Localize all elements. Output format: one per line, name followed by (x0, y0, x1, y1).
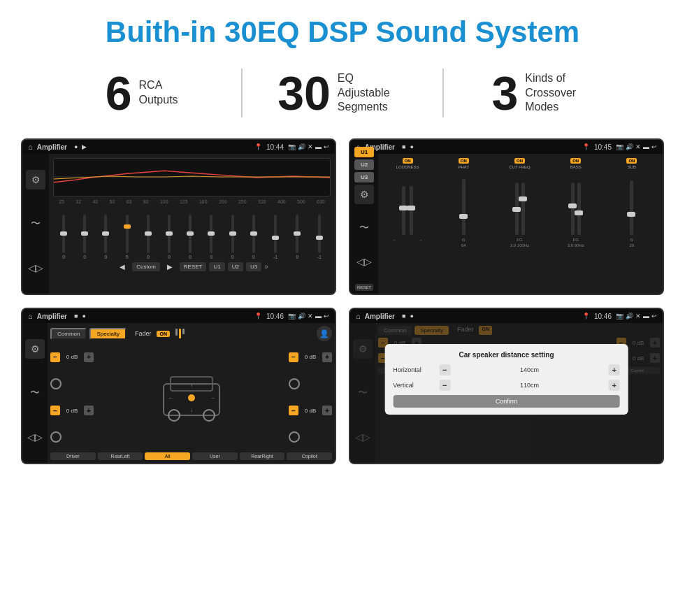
ch-val-phat-64: 64 (461, 243, 466, 248)
cross-app-title: Amplifier (37, 313, 67, 320)
cross-vol-tl: − 0 dB + (50, 352, 94, 362)
freq-160: 160 (199, 199, 208, 204)
ch-slider-bass-f[interactable] (571, 182, 575, 235)
freq-125: 125 (180, 199, 188, 204)
cross-vol-br-plus[interactable]: + (322, 406, 332, 415)
cross-vol-tl-plus[interactable]: + (84, 352, 94, 362)
dist-horizontal-minus[interactable]: − (439, 364, 450, 375)
cross-tab-common[interactable]: Common (50, 328, 87, 340)
eq-u2-btn[interactable]: U2 (228, 262, 243, 271)
cross-btn-copilot[interactable]: Copilot (287, 452, 332, 460)
dist-vertical-plus[interactable]: + (609, 380, 620, 391)
cross-btn-rearright[interactable]: RearRight (240, 452, 285, 460)
eq-slider-4[interactable]: 0 (147, 215, 150, 259)
dist-confirm-btn[interactable]: Confirm (393, 395, 620, 408)
freq-32: 32 (75, 199, 81, 204)
screenshot-crossover: ⌂ Amplifier ■ ● 📍 10:46 📷 🔊 ✕ ▬ ↩ ⚙ 〜 ◁▷ (21, 308, 336, 464)
svg-text:→: → (210, 395, 215, 401)
cross-tab-specialty[interactable]: Specialty (89, 328, 126, 340)
eq-u1-btn[interactable]: U1 (209, 262, 224, 271)
stat-label-rca: RCAOutputs (139, 78, 178, 108)
freq-200: 200 (219, 199, 227, 204)
dist-vertical-minus[interactable]: − (439, 380, 450, 391)
ch-slider-cutfreq-f[interactable] (515, 182, 519, 235)
eq-controls: ◀ Custom ▶ RESET U1 U2 U3 » (53, 262, 331, 272)
dsp-sidebar-filter[interactable]: ⚙ (354, 185, 374, 204)
eq-slider-9[interactable]: 0 (252, 215, 255, 259)
cross-car-display: ↑ ↓ ← → (98, 345, 284, 450)
ch-toggle-phat[interactable]: ON (459, 158, 469, 164)
eq-slider-8[interactable]: 0 (231, 215, 234, 259)
ch-slider-bass-g[interactable] (577, 182, 581, 235)
dsp-preset-u1[interactable]: U1 (354, 147, 374, 157)
dist-horizontal-plus[interactable]: + (609, 364, 620, 375)
cross-vol-br-minus[interactable]: − (289, 406, 298, 415)
cross-sidebar-filter[interactable]: ⚙ (25, 339, 45, 359)
cross-user-icon[interactable]: 👤 (317, 326, 332, 341)
eq-slider-1[interactable]: 0 (83, 215, 86, 259)
home-icon: ⌂ (28, 143, 33, 151)
cross-vol-tr-val: 0 dB (301, 354, 320, 360)
screenshot-dsp: ⌂ Amplifier ■ ● 📍 10:45 📷 🔊 ✕ ▬ ↩ U1 U2 (349, 138, 664, 295)
eq-next-btn[interactable]: ▶ (163, 262, 177, 272)
cross-vol-bl-plus[interactable]: + (84, 406, 94, 415)
cross-sidebar: ⚙ 〜 ◁▷ (22, 323, 48, 463)
cross-btn-user[interactable]: User (192, 452, 238, 460)
ch-slider-phat[interactable] (462, 179, 466, 235)
cross-time: 10:46 (266, 313, 284, 320)
eq-slider-7[interactable]: 0 (210, 215, 212, 259)
dsp-reset-btn[interactable]: RESET (355, 284, 373, 291)
freq-50: 50 (110, 199, 115, 204)
ch-slider-loudness2[interactable] (410, 186, 413, 235)
dsp-sidebar-speaker[interactable]: ◁▷ (354, 252, 374, 271)
cross-vol-tr-plus[interactable]: + (322, 352, 332, 362)
ch-val-loudness-top: ~ (393, 238, 396, 242)
ch-toggle-bass[interactable]: ON (570, 158, 581, 164)
ch-toggle-loudness[interactable]: ON (403, 158, 413, 164)
stat-number-crossover: 3 (491, 69, 518, 117)
cross-btn-rearleft[interactable]: RearLeft (98, 452, 143, 460)
cross-vol-tr: − 0 dB + (289, 352, 332, 362)
cross-sidebar-wave[interactable]: 〜 (25, 383, 45, 403)
eq-prev-btn[interactable]: ◀ (115, 262, 129, 272)
ch-slider-loudness[interactable] (402, 186, 405, 235)
eq-slider-12[interactable]: -1 (317, 215, 322, 259)
cross-sidebar-speaker[interactable]: ◁▷ (25, 427, 45, 447)
dist-dot2: ● (410, 313, 413, 320)
eq-slider-3[interactable]: 5 (126, 215, 129, 259)
eq-u3-btn[interactable]: U3 (246, 262, 261, 271)
stat-label-crossover: Kinds ofCrossover Modes (525, 71, 595, 115)
dist-time: 10:46 (594, 313, 612, 320)
eq-content: 25 32 40 50 63 80 100 125 160 200 250 32… (49, 154, 335, 294)
ch-toggle-cutfreq[interactable]: ON (514, 158, 525, 164)
dsp-preset-u2[interactable]: U2 (354, 159, 374, 170)
ch-slider-sub[interactable] (630, 180, 633, 235)
cross-fader-on[interactable]: ON (157, 331, 170, 337)
eq-slider-6[interactable]: 0 (189, 215, 192, 259)
battery-icon: ▬ (315, 143, 322, 150)
cross-btn-driver[interactable]: Driver (50, 452, 96, 460)
dsp-ch-phat: ON PHAT G 64 (437, 158, 490, 289)
eq-reset-btn[interactable]: RESET (180, 262, 207, 271)
cross-close-icon: ✕ (308, 313, 313, 320)
eq-slider-2[interactable]: 0 (104, 215, 107, 259)
eq-slider-10[interactable]: -1 (273, 215, 277, 259)
cross-volume-icon: 🔊 (298, 313, 305, 320)
eq-sidebar-wave[interactable]: 〜 (26, 214, 45, 234)
cross-vol-tl-minus[interactable]: − (50, 352, 60, 362)
cross-btn-all[interactable]: All (145, 452, 190, 460)
ch-toggle-sub[interactable]: ON (626, 158, 637, 164)
eq-slider-11[interactable]: 0 (296, 215, 298, 259)
eq-slider-5[interactable]: 0 (168, 215, 171, 259)
ch-slider-cutfreq-g[interactable] (521, 182, 525, 235)
eq-custom-btn[interactable]: Custom (132, 262, 160, 271)
eq-sidebar-filter[interactable]: ⚙ (26, 170, 45, 189)
eq-slider-0[interactable]: 0 (62, 215, 65, 259)
cross-vol-tr-minus[interactable]: − (289, 352, 298, 362)
eq-sidebar-speaker[interactable]: ◁▷ (26, 258, 45, 278)
cross-vol-bl-minus[interactable]: − (50, 406, 60, 415)
cross-vol-bl-val: 0 dB (62, 408, 82, 414)
dist-location-icon: 📍 (582, 313, 590, 320)
ch-label-bass-g: G (575, 238, 579, 242)
dsp-sidebar-wave[interactable]: 〜 (354, 218, 374, 238)
